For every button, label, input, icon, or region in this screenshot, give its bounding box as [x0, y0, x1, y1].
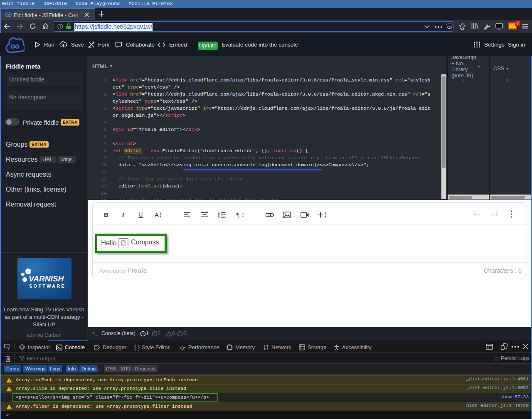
svg-text:¶: ¶: [236, 212, 240, 219]
svg-text:U: U: [138, 211, 143, 218]
svg-text:B: B: [104, 211, 108, 218]
svg-text:i: i: [122, 211, 124, 218]
svg-text:3: 3: [218, 216, 220, 219]
svg-text:A: A: [155, 211, 159, 218]
